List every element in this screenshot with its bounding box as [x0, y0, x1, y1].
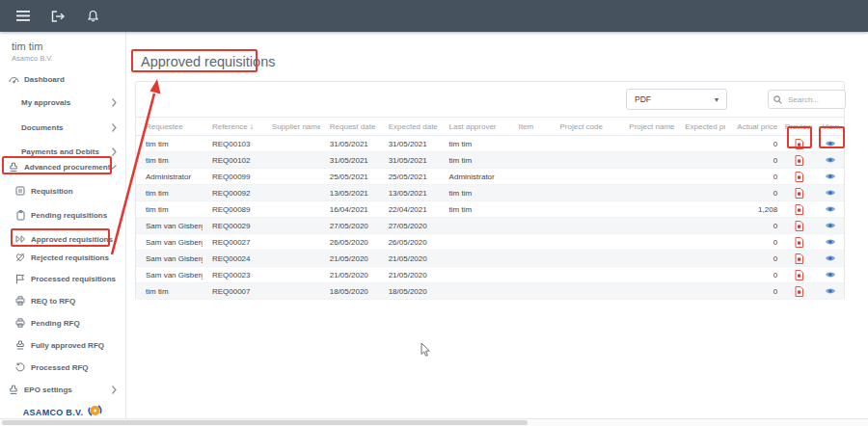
cell-requestee: tim tim [136, 140, 203, 148]
sidebar-item-approved-requisitions[interactable]: Approved requisitions [0, 230, 126, 248]
table-row[interactable]: tim tim REQ00089 16/04/2021 22/04/2021 t… [136, 201, 844, 218]
col-header-reference[interactable]: Reference↓ [203, 122, 262, 131]
view-eye-icon[interactable] [823, 170, 838, 183]
user-name: tim tim [12, 40, 53, 52]
scrollbar-thumb[interactable] [2, 420, 528, 425]
view-eye-icon[interactable] [823, 202, 838, 216]
pdf-preview-icon[interactable] [791, 170, 806, 183]
chevron-right-icon [112, 147, 117, 156]
col-header-requestee[interactable]: Requestee [136, 122, 203, 131]
view-eye-icon[interactable] [823, 284, 838, 298]
search-icon [773, 91, 782, 108]
user-company: Asamco B.V. [12, 54, 53, 63]
cell-expected-date: 31/05/2021 [379, 156, 440, 165]
cell-reference: REQ00099 [203, 173, 262, 181]
cell-actual-price: 0 [725, 254, 780, 263]
bell-icon[interactable] [83, 7, 102, 26]
col-header-project-name[interactable]: Project name [619, 122, 685, 131]
sidebar-item-fully-approved-rfq[interactable]: Fully approved RFQ [0, 336, 126, 354]
logout-icon[interactable] [48, 7, 68, 26]
view-eye-icon[interactable] [823, 137, 838, 150]
requisitions-card: PDF ▾ Requestee Reference↓ Supplier name… [135, 81, 845, 300]
view-eye-icon[interactable] [823, 268, 838, 281]
sidebar-item-pending-requisitions[interactable]: Pending requisitions [0, 206, 126, 224]
table-row[interactable]: Sam van Gisbergen REQ00027 26/05/2020 26… [136, 234, 844, 251]
view-eye-icon[interactable] [823, 252, 838, 265]
view-eye-icon[interactable] [823, 235, 838, 249]
sidebar-item-label: Processed requisitions [31, 275, 116, 283]
stamp-icon [8, 385, 19, 395]
sidebar-item-requisition[interactable]: Requisition [0, 182, 126, 200]
sidebar-item-processed-requisitions[interactable]: Processed requisitions [0, 270, 126, 287]
cell-last-approver: tim tim [440, 156, 509, 165]
view-eye-icon[interactable] [823, 186, 838, 200]
sidebar-item-pending-rfq[interactable]: Pending RFQ [0, 314, 126, 332]
chevron-right-icon [112, 123, 117, 132]
search-box[interactable] [768, 90, 846, 109]
sidebar-item-advanced-procurement[interactable]: Advanced procurement [0, 158, 126, 175]
pdf-preview-icon[interactable] [791, 186, 806, 200]
cell-reference: REQ00089 [203, 205, 262, 214]
sidebar-item-epo-settings[interactable]: EPO settings [0, 381, 126, 398]
cell-actual-price: 0 [725, 156, 780, 165]
table-row[interactable]: Sam van Gisbergen REQ00023 21/05/2020 21… [136, 267, 844, 283]
double-chevron-icon [14, 235, 26, 243]
cell-reference: REQ00103 [203, 140, 262, 148]
cell-expected-date: 18/05/2020 [379, 287, 440, 296]
col-header-expected-date[interactable]: Expected date [379, 122, 440, 131]
col-header-request-date[interactable]: Request date [320, 122, 379, 131]
cell-expected-date: 26/05/2020 [379, 238, 440, 247]
col-header-project-code[interactable]: Project code [550, 122, 619, 131]
pdf-preview-icon[interactable] [791, 153, 806, 167]
cell-actual-price: 1,208 [725, 205, 780, 214]
pdf-preview-icon[interactable] [791, 219, 806, 232]
table-row[interactable]: tim tim REQ00092 13/05/2021 13/05/2021 t… [136, 185, 844, 201]
sidebar-item-label: Fully approved RFQ [31, 341, 104, 350]
sidebar-item-label: Rejected requisitions [31, 253, 109, 262]
sidebar-item-rejected-requisitions[interactable]: Rejected requisitions [0, 249, 126, 266]
cell-requestee: Sam van Gisbergen [136, 222, 203, 230]
pdf-preview-icon[interactable] [791, 202, 806, 216]
pdf-preview-icon[interactable] [791, 137, 806, 150]
cell-expected-date: 25/05/2021 [379, 173, 440, 181]
col-header-actual-price[interactable]: Actual price [725, 122, 780, 131]
view-eye-icon[interactable] [823, 153, 838, 167]
col-header-expected-price[interactable]: Expected price [685, 122, 725, 131]
table-row[interactable]: tim tim REQ00007 18/05/2020 18/05/2020 0 [136, 283, 844, 300]
sidebar-item-label: Approved requisitions [31, 235, 113, 244]
view-eye-icon[interactable] [823, 219, 838, 232]
col-header-supplier-name[interactable]: Supplier name [262, 122, 320, 131]
col-header-preview: Preview [780, 122, 817, 131]
export-format-select[interactable]: PDF ▾ [626, 89, 727, 110]
cell-request-date: 26/05/2020 [320, 238, 379, 247]
table-row[interactable]: tim tim REQ00103 31/05/2021 31/05/2021 t… [136, 136, 844, 152]
cell-reference: REQ00007 [203, 287, 262, 296]
pdf-preview-icon[interactable] [791, 268, 806, 281]
cell-requestee: Administrator [136, 173, 203, 181]
sidebar-item-processed-rfq[interactable]: Processed RFQ [0, 359, 126, 376]
cell-requestee: tim tim [136, 189, 203, 198]
search-input[interactable] [786, 94, 846, 105]
pdf-preview-icon[interactable] [791, 284, 806, 298]
pdf-preview-icon[interactable] [791, 235, 806, 249]
col-header-item[interactable]: Item [509, 122, 551, 131]
pdf-preview-icon[interactable] [791, 252, 806, 265]
company-logo-text: ASAMCO B.V. [23, 408, 83, 417]
cell-request-date: 27/05/2020 [320, 222, 379, 230]
table-row[interactable]: Sam van Gisbergen REQ00029 27/05/2020 27… [136, 218, 844, 234]
cell-reference: REQ00102 [203, 156, 262, 165]
sidebar-item-dashboard[interactable]: Dashboard [0, 70, 126, 88]
sidebar-item-documents[interactable]: Documents [0, 119, 126, 136]
sidebar-item-req-to-rfq[interactable]: REQ to RFQ [0, 292, 126, 309]
cell-actual-price: 0 [725, 189, 780, 198]
table-row[interactable]: Sam van Gisbergen REQ00024 21/05/2020 21… [136, 251, 844, 267]
sidebar-item-my-approvals[interactable]: My approvals [0, 93, 126, 111]
menu-icon[interactable] [14, 7, 33, 26]
cell-requestee: Sam van Gisbergen [136, 254, 203, 263]
cell-reference: REQ00024 [203, 254, 262, 263]
table-row[interactable]: tim tim REQ00102 31/05/2021 31/05/2021 t… [136, 152, 844, 169]
col-header-view: View [817, 122, 844, 131]
printer-icon [14, 318, 26, 328]
table-row[interactable]: Administrator REQ00099 25/05/2021 25/05/… [136, 169, 844, 185]
col-header-last-approver[interactable]: Last approver [440, 122, 509, 131]
